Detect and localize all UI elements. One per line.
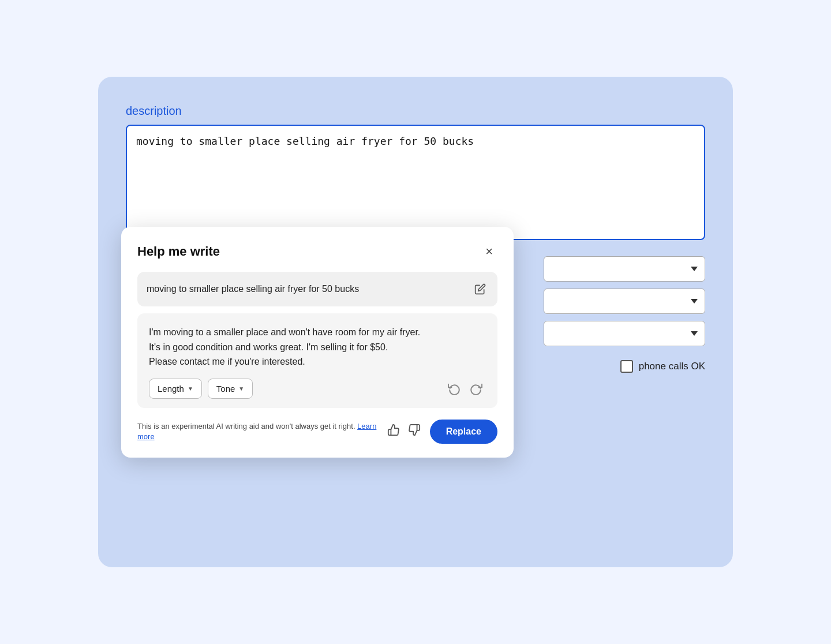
outer-card: description moving to smaller place sell… [98,77,733,567]
description-label: description [126,104,705,118]
description-textarea[interactable]: moving to smaller place selling air frye… [126,125,705,240]
thumbs-up-button[interactable] [385,422,402,440]
dialog-close-button[interactable]: × [481,243,497,260]
feedback-buttons [385,422,423,440]
generated-text-box: I'm moving to a smaller place and won't … [137,313,497,408]
thumbs-down-icon [408,424,421,436]
redo-icon [470,382,482,395]
undo-icon [448,382,461,395]
dialog-footer: This is an experimental AI writing aid a… [137,420,497,444]
undo-button[interactable] [444,380,464,397]
tone-dropdown-button[interactable]: Tone ▼ [208,379,253,399]
dropdown-1[interactable] [544,256,705,282]
help-me-write-dialog: Help me write × moving to smaller place … [121,227,514,458]
footer-disclaimer: This is an experimental AI writing aid a… [137,421,378,442]
input-summary-box: moving to smaller place selling air frye… [137,272,497,306]
tone-arrow-icon: ▼ [238,385,244,392]
dialog-header: Help me write × [137,243,497,260]
thumbs-down-button[interactable] [406,422,423,440]
undo-redo-area [444,380,486,397]
phone-checkbox-area: phone calls OK [620,360,705,373]
redo-button[interactable] [466,380,486,397]
length-arrow-icon: ▼ [188,385,193,392]
edit-input-button[interactable] [472,281,488,297]
description-section: description moving to smaller place sell… [126,104,705,242]
input-summary-text: moving to smaller place selling air frye… [147,284,472,294]
controls-row: Length ▼ Tone ▼ [149,379,486,399]
length-dropdown-button[interactable]: Length ▼ [149,379,202,399]
dialog-title: Help me write [137,244,220,259]
pencil-icon [474,283,486,295]
dropdown-2[interactable] [544,289,705,314]
thumbs-up-icon [387,424,400,436]
dialog-overlay: Help me write × moving to smaller place … [121,227,514,458]
tone-label: Tone [216,384,235,394]
dropdown-3[interactable] [544,321,705,346]
replace-button[interactable]: Replace [430,420,497,444]
length-label: Length [158,384,184,394]
phone-calls-checkbox[interactable] [620,360,633,373]
phone-calls-label: phone calls OK [639,361,705,372]
generated-text: I'm moving to a smaller place and won't … [149,325,486,369]
